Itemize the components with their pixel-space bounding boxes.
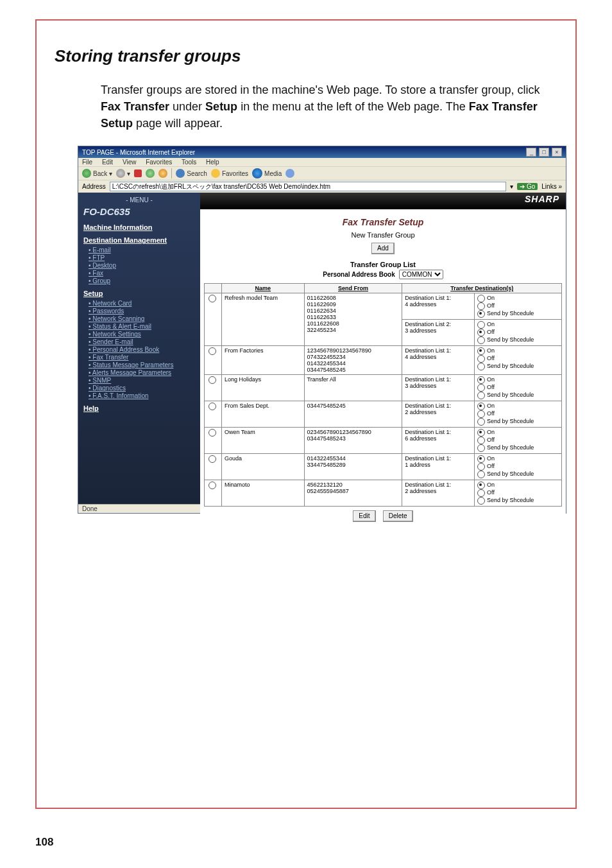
links-label[interactable]: Links » bbox=[541, 183, 562, 190]
sidebar-item-fast-info[interactable]: F.A.S.T. Information bbox=[89, 392, 195, 399]
opt-off-radio[interactable] bbox=[477, 355, 485, 363]
sidebar-item-ftp[interactable]: FTP bbox=[89, 254, 195, 261]
sidebar-item-network-card[interactable]: Network Card bbox=[89, 300, 195, 307]
sidebar-item-status-msg[interactable]: Status Message Parameters bbox=[89, 361, 195, 369]
refresh-button[interactable] bbox=[146, 169, 155, 178]
row-radio[interactable] bbox=[208, 429, 216, 437]
pab-select[interactable]: COMMON bbox=[399, 270, 443, 279]
sidebar-item-desktop[interactable]: Desktop bbox=[89, 262, 195, 269]
opt-on-radio[interactable] bbox=[477, 295, 485, 302]
opt-sched-radio[interactable] bbox=[477, 392, 485, 399]
cell-name: From Sales Dept. bbox=[222, 401, 305, 428]
row-radio[interactable] bbox=[208, 295, 216, 302]
close-button[interactable]: × bbox=[552, 148, 562, 157]
opt-on-radio[interactable] bbox=[477, 321, 485, 329]
history-button[interactable] bbox=[285, 169, 294, 178]
edit-button[interactable]: Edit bbox=[353, 510, 375, 522]
table-row: Owen Team02345678901234567890 0344754852… bbox=[205, 428, 562, 454]
minimize-button[interactable]: _ bbox=[526, 148, 536, 157]
address-dropdown-icon[interactable]: ▾ bbox=[510, 183, 513, 190]
opt-off-radio[interactable] bbox=[477, 437, 485, 444]
body-paragraph: Transfer groups are stored in the machin… bbox=[101, 82, 556, 132]
sidebar-item-pab[interactable]: Personal Address Book bbox=[89, 346, 195, 353]
col-send-from[interactable]: Send From bbox=[304, 284, 402, 293]
row-radio[interactable] bbox=[208, 455, 216, 463]
sidebar-item-diagnostics[interactable]: Diagnostics bbox=[89, 385, 195, 392]
cell-destination: Destination List 1:1 address bbox=[402, 454, 475, 480]
col-name[interactable]: Name bbox=[222, 284, 305, 293]
opt-on-radio[interactable] bbox=[477, 482, 485, 489]
opt-on-radio[interactable] bbox=[477, 347, 485, 355]
menu-help[interactable]: Help bbox=[206, 159, 219, 166]
row-radio[interactable] bbox=[208, 347, 216, 355]
menu-view[interactable]: View bbox=[123, 159, 137, 166]
sidebar-item-sender-email[interactable]: Sender E-mail bbox=[89, 338, 195, 345]
main-panel: SHARP Fax Transfer Setup New Transfer Gr… bbox=[200, 193, 566, 504]
opt-sched-radio[interactable] bbox=[477, 471, 485, 478]
window-title: TOP PAGE - Microsoft Internet Explorer bbox=[82, 149, 195, 156]
menu-file[interactable]: File bbox=[82, 159, 92, 166]
body-text-4: page will appear. bbox=[133, 117, 223, 130]
opt-off-radio[interactable] bbox=[477, 329, 485, 336]
opt-sched-radio[interactable] bbox=[477, 363, 485, 370]
sidebar-item-alerts-msg[interactable]: Alerts Message Parameters bbox=[89, 369, 195, 376]
sidebar-dest-list: E-mail FTP Desktop Fax Group bbox=[83, 247, 195, 284]
opt-sched-radio[interactable] bbox=[477, 444, 485, 452]
sidebar-item-snmp[interactable]: SNMP bbox=[89, 377, 195, 384]
home-button[interactable] bbox=[158, 169, 167, 178]
opt-sched-radio[interactable] bbox=[477, 310, 485, 318]
sidebar-machine-info[interactable]: Machine Information bbox=[83, 223, 195, 231]
opt-off-radio[interactable] bbox=[477, 463, 485, 471]
sidebar-item-status-alert[interactable]: Status & Alert E-mail bbox=[89, 323, 195, 330]
opt-off-radio[interactable] bbox=[477, 410, 485, 418]
opt-on-radio[interactable] bbox=[477, 429, 485, 437]
sidebar-item-network-scanning[interactable]: Network Scanning bbox=[89, 315, 195, 322]
sidebar-item-fax[interactable]: Fax bbox=[89, 270, 195, 277]
body-text-1: Transfer groups are stored in the machin… bbox=[101, 83, 540, 96]
search-button[interactable]: Search bbox=[176, 169, 207, 178]
delete-button[interactable]: Delete bbox=[383, 510, 413, 522]
stop-icon bbox=[134, 169, 142, 177]
maximize-button[interactable]: □ bbox=[539, 148, 549, 157]
opt-sched-radio[interactable] bbox=[477, 497, 485, 505]
row-radio[interactable] bbox=[208, 403, 216, 410]
menu-edit[interactable]: Edit bbox=[102, 159, 113, 166]
col-destinations[interactable]: Transfer Destination(s) bbox=[402, 284, 562, 293]
opt-sched-radio[interactable] bbox=[477, 336, 485, 344]
back-button[interactable]: Back ▾ bbox=[82, 169, 112, 178]
sidebar-item-email[interactable]: E-mail bbox=[89, 247, 195, 254]
page-number: 108 bbox=[35, 836, 53, 849]
sidebar-item-passwords[interactable]: Passwords bbox=[89, 308, 195, 315]
opt-on-radio[interactable] bbox=[477, 376, 485, 384]
row-radio[interactable] bbox=[208, 376, 216, 384]
document-page: Fax Transfer Storing transfer groups Tra… bbox=[0, 0, 612, 868]
go-button[interactable]: ➔ Go bbox=[517, 183, 538, 190]
status-done: Done bbox=[82, 505, 98, 512]
history-icon bbox=[285, 169, 294, 178]
media-button[interactable]: Media bbox=[252, 168, 282, 178]
table-row: Refresh model Team011622608 011622609 01… bbox=[205, 293, 562, 320]
sidebar-dest-mgmt[interactable]: Destination Management bbox=[83, 236, 195, 244]
address-input[interactable] bbox=[110, 182, 506, 191]
sidebar-item-fax-transfer[interactable]: Fax Transfer bbox=[89, 354, 195, 361]
favorites-button[interactable]: Favorites bbox=[211, 169, 248, 178]
sidebar-item-network-settings[interactable]: Network Settings bbox=[89, 331, 195, 338]
cell-options: OnOffSend by Shcedule bbox=[475, 401, 562, 428]
row-radio[interactable] bbox=[208, 482, 216, 489]
opt-off-radio[interactable] bbox=[477, 384, 485, 392]
menu-tools[interactable]: Tools bbox=[182, 159, 196, 166]
opt-off-radio[interactable] bbox=[477, 489, 485, 497]
stop-button[interactable] bbox=[134, 169, 142, 177]
add-button[interactable]: Add bbox=[371, 243, 395, 254]
sidebar-help[interactable]: Help bbox=[83, 404, 195, 412]
opt-on-radio[interactable] bbox=[477, 455, 485, 463]
window-buttons: _ □ × bbox=[525, 148, 562, 157]
sidebar-setup[interactable]: Setup bbox=[83, 290, 195, 297]
menu-favorites[interactable]: Favorites bbox=[146, 159, 172, 166]
sidebar-item-group[interactable]: Group bbox=[89, 277, 195, 284]
forward-button[interactable]: ▾ bbox=[116, 169, 130, 178]
back-label: Back bbox=[93, 170, 107, 177]
opt-off-radio[interactable] bbox=[477, 302, 485, 310]
opt-sched-radio[interactable] bbox=[477, 418, 485, 426]
opt-on-radio[interactable] bbox=[477, 403, 485, 410]
